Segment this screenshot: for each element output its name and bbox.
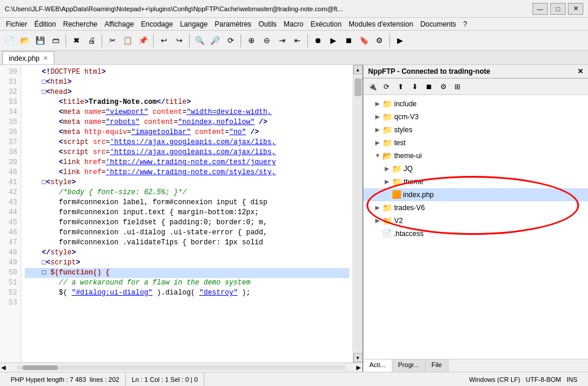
scroll-down-button[interactable]: ▼ xyxy=(353,353,363,362)
scroll-thumb[interactable] xyxy=(355,78,362,96)
h-scroll-thumb[interactable] xyxy=(22,365,58,370)
menu-encodage[interactable]: Encodage xyxy=(138,19,177,30)
menu-modules[interactable]: Modules d'extension xyxy=(345,19,417,30)
tree-label-jq: JQ xyxy=(404,163,412,174)
ftp-refresh-button[interactable]: ⟳ xyxy=(380,80,393,93)
menu-execution[interactable]: Exécution xyxy=(307,19,345,30)
tree-label-theme-ui: theme-ui xyxy=(394,151,422,161)
toolbar: 📄 📂 💾 🗃 ✖ 🖨 ✂ 📋 📌 ↩ ↪ 🔍 🔎 ⟳ ⊕ ⊖ ⇥ ⇤ ⏺ ▶ … xyxy=(0,31,588,51)
file-tree[interactable]: ▶ 📁 include ▶ 📁 qcm-V3 ▶ 📁 styles ▶ xyxy=(363,95,588,359)
open-file-button[interactable]: 📂 xyxy=(18,34,32,48)
tree-item-jq[interactable]: ▶ 📁 JQ xyxy=(363,162,588,175)
toggle-include[interactable]: ▶ xyxy=(373,99,382,109)
vertical-scrollbar[interactable]: ▲ ▼ xyxy=(353,65,362,362)
ftp-toolbar: 🔌 ⟳ ⬆ ⬇ ⏹ ⚙ ⊞ xyxy=(363,78,588,95)
settings-button[interactable]: ⚙ xyxy=(372,34,386,48)
ftp-download-button[interactable]: ⬇ xyxy=(408,80,421,93)
ftp-tab-file[interactable]: File xyxy=(425,359,449,372)
menu-edition[interactable]: Édition xyxy=(31,19,60,30)
ftp-grid-button[interactable]: ⊞ xyxy=(451,80,464,93)
menu-macro[interactable]: Macro xyxy=(280,19,307,30)
toggle-indexphp xyxy=(382,189,392,200)
zoom-out-button[interactable]: ⊖ xyxy=(259,34,274,48)
macro-stop-button[interactable]: ⏹ xyxy=(342,34,356,48)
horizontal-scrollbar[interactable]: ◀ ▶ xyxy=(0,362,362,372)
tree-item-styles[interactable]: ▶ 📁 styles xyxy=(363,123,588,136)
status-line-ending: Windows (CR LF) UTF-8-BOM INS xyxy=(204,372,583,386)
tree-item-theme[interactable]: ▶ 📁 theme xyxy=(363,175,588,188)
toggle-jq[interactable]: ▶ xyxy=(382,163,392,174)
redo-button[interactable]: ↪ xyxy=(172,34,186,48)
ftp-tab-activity[interactable]: Acti... xyxy=(363,359,392,372)
close-button[interactable]: ✕ xyxy=(568,3,583,15)
save-all-button[interactable]: 🗃 xyxy=(48,34,63,48)
menu-parametres[interactable]: Paramètres xyxy=(211,19,255,30)
maximize-button[interactable]: □ xyxy=(550,3,566,15)
scroll-right-button[interactable]: ▶ xyxy=(355,364,362,371)
toolbar-separator-3 xyxy=(153,34,154,47)
tree-item-v2[interactable]: ▶ 📁 V2 xyxy=(363,214,588,227)
close-button[interactable]: ✖ xyxy=(69,34,83,48)
tab-index-php[interactable]: index.php ✕ xyxy=(2,51,54,64)
menu-documents[interactable]: Documents xyxy=(417,19,460,30)
ftp-abort-button[interactable]: ⏹ xyxy=(423,80,436,93)
replace-button[interactable]: ⟳ xyxy=(223,34,238,48)
folder-icon: 📁 xyxy=(392,163,402,174)
outdent-button[interactable]: ⇤ xyxy=(290,34,304,48)
indent-button[interactable]: ⇥ xyxy=(275,34,289,48)
ftp-close-button[interactable]: ✕ xyxy=(577,67,583,76)
line-num-41: 41 xyxy=(4,178,17,188)
toggle-theme-ui[interactable]: ▼ xyxy=(373,151,382,161)
toggle-qcm[interactable]: ▶ xyxy=(373,112,382,122)
ftp-settings-button[interactable]: ⚙ xyxy=(437,80,450,93)
run-button[interactable]: ▶ xyxy=(393,34,407,48)
minimize-button[interactable]: — xyxy=(532,3,548,15)
tree-item-indexphp[interactable]: 🟧 index.php xyxy=(363,188,588,201)
tab-close-button[interactable]: ✕ xyxy=(43,55,48,61)
scroll-up-button[interactable]: ▲ xyxy=(353,65,363,74)
menu-help[interactable]: ? xyxy=(460,19,471,30)
menu-outils[interactable]: Outils xyxy=(255,19,280,30)
code-line-32: □<head> xyxy=(25,87,349,97)
tree-item-theme-ui[interactable]: ▼ 📂 theme-ui xyxy=(363,149,588,162)
code-line-33: <title>Trading-Note.com</title> xyxy=(25,97,349,107)
menu-fichier[interactable]: Fichier xyxy=(2,19,31,30)
menu-affichage[interactable]: Affichage xyxy=(101,19,138,30)
find-button[interactable]: 🔍 xyxy=(193,34,207,48)
scroll-track[interactable] xyxy=(355,76,362,352)
tree-label-trades: trades-V6 xyxy=(394,202,425,213)
toggle-trades[interactable]: ▶ xyxy=(373,202,382,213)
tab-label: index.php xyxy=(9,54,40,63)
code-editor[interactable]: 30 31 32 33 34 35 36 37 38 39 40 41 42 4… xyxy=(0,65,363,372)
line-num-50: 50 xyxy=(4,268,17,278)
toggle-theme[interactable]: ▶ xyxy=(382,176,392,187)
undo-button[interactable]: ↩ xyxy=(157,34,171,48)
print-button[interactable]: 🖨 xyxy=(85,34,99,48)
tree-item-include[interactable]: ▶ 📁 include xyxy=(363,97,588,110)
ftp-connect-button[interactable]: 🔌 xyxy=(366,80,379,93)
new-file-button[interactable]: 📄 xyxy=(2,34,17,48)
tree-item-test[interactable]: ▶ 📁 test xyxy=(363,136,588,149)
find-next-button[interactable]: 🔎 xyxy=(208,34,222,48)
menu-recherche[interactable]: Recherche xyxy=(60,19,101,30)
code-text[interactable]: <!DOCTYPE html> □<html> □<head> <title>T… xyxy=(21,65,353,362)
cut-button[interactable]: ✂ xyxy=(105,34,119,48)
save-file-button[interactable]: 💾 xyxy=(33,34,47,48)
ftp-tab-progress[interactable]: Progr... xyxy=(392,359,425,372)
copy-button[interactable]: 📋 xyxy=(121,34,135,48)
macro-record-button[interactable]: ⏺ xyxy=(311,34,325,48)
tree-item-htaccess[interactable]: 📄 .htaccess xyxy=(363,227,588,240)
macro-play-button[interactable]: ▶ xyxy=(326,34,340,48)
scroll-left-button[interactable]: ◀ xyxy=(0,364,7,371)
tree-item-trades[interactable]: ▶ 📁 trades-V6 xyxy=(363,201,588,214)
ftp-upload-button[interactable]: ⬆ xyxy=(394,80,407,93)
toggle-styles[interactable]: ▶ xyxy=(373,125,382,135)
menu-langage[interactable]: Langage xyxy=(177,19,212,30)
tree-item-qcm[interactable]: ▶ 📁 qcm-V3 xyxy=(363,110,588,123)
paste-button[interactable]: 📌 xyxy=(136,34,150,48)
zoom-in-button[interactable]: ⊕ xyxy=(244,34,258,48)
toggle-v2[interactable]: ▶ xyxy=(373,215,382,226)
h-scroll-track[interactable] xyxy=(17,365,346,370)
bookmark-button[interactable]: 🔖 xyxy=(357,34,371,48)
toggle-test[interactable]: ▶ xyxy=(373,138,382,148)
